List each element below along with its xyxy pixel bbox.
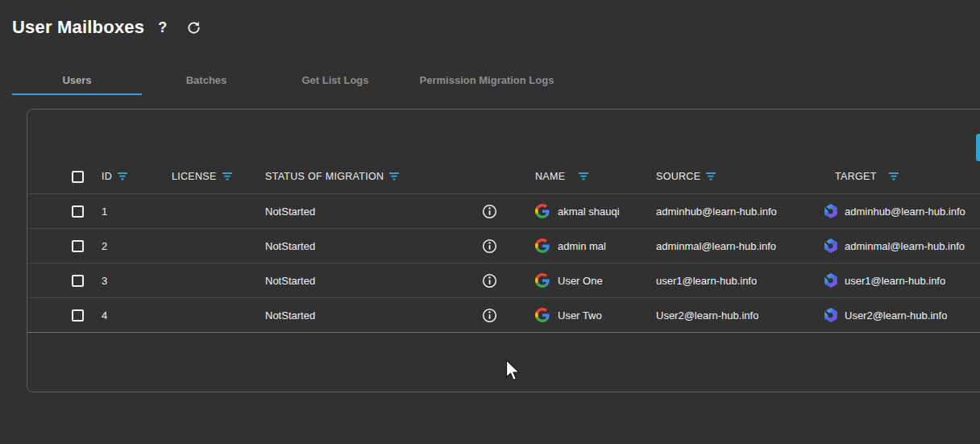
info-icon[interactable] xyxy=(482,308,497,323)
row-checkbox[interactable] xyxy=(72,240,84,252)
filter-icon[interactable] xyxy=(389,172,399,181)
help-icon[interactable]: ? xyxy=(158,19,167,36)
info-icon[interactable] xyxy=(482,273,497,288)
cell-source: User2@learn-hub.info xyxy=(656,309,758,322)
column-header-id: ID xyxy=(102,171,112,182)
info-icon[interactable] xyxy=(482,204,497,219)
table-row: 1 NotStarted akmal shauqi xyxy=(27,194,980,229)
tab-get-list-logs[interactable]: Get List Logs xyxy=(271,66,400,95)
cell-id: 3 xyxy=(102,275,107,287)
column-header-target: TARGET xyxy=(835,171,877,182)
cell-source: user1@learn-hub.info xyxy=(656,275,757,287)
cut-off-edge-button[interactable] xyxy=(976,134,980,161)
select-all-checkbox[interactable] xyxy=(72,171,84,183)
cell-target: adminhub@learn-hub.info xyxy=(845,205,965,218)
cell-name: User Two xyxy=(558,309,602,322)
tab-label: Batches xyxy=(186,74,227,86)
tab-permission-migration-logs[interactable]: Permission Migration Logs xyxy=(400,66,574,95)
table-row: 3 NotStarted User One xyxy=(27,263,980,298)
column-header-source: SOURCE xyxy=(656,171,700,182)
microsoft365-icon xyxy=(824,308,838,322)
table-row: 2 NotStarted admin mal xyxy=(27,229,980,263)
info-icon[interactable] xyxy=(482,239,497,254)
microsoft365-icon xyxy=(824,273,838,288)
table-body: 1 NotStarted akmal shauqi xyxy=(27,194,980,333)
column-header-license: LICENSE xyxy=(172,171,217,182)
cell-name: User One xyxy=(558,275,603,287)
cell-source: adminmal@learn-hub.info xyxy=(656,240,776,252)
cell-target: User2@learn-hub.info xyxy=(845,309,947,322)
cell-status: NotStarted xyxy=(265,240,315,252)
cell-source: adminhub@learn-hub.info xyxy=(656,205,777,218)
row-checkbox[interactable] xyxy=(72,205,84,218)
cell-id: 2 xyxy=(102,240,107,252)
tab-label: Permission Migration Logs xyxy=(420,74,554,86)
cell-target: adminmal@learn-hub.info xyxy=(845,240,965,252)
filter-icon[interactable] xyxy=(222,172,232,181)
google-icon xyxy=(535,308,550,322)
table-header-row: ID LICENSE STATUS OF MIGRATION NAME SOU xyxy=(27,160,980,194)
cell-name: akmal shauqi xyxy=(558,205,620,218)
tab-label: Users xyxy=(62,74,91,86)
filter-icon[interactable] xyxy=(579,172,588,181)
cell-status: NotStarted xyxy=(265,205,315,218)
filter-icon[interactable] xyxy=(706,172,716,181)
page-title: User Mailboxes xyxy=(12,17,144,38)
google-icon xyxy=(535,239,550,253)
tab-batches[interactable]: Batches xyxy=(142,66,271,95)
column-header-status-of-migration: STATUS OF MIGRATION xyxy=(265,171,384,182)
tab-label: Get List Logs xyxy=(301,74,368,86)
cell-name: admin mal xyxy=(558,240,606,252)
cell-id: 1 xyxy=(102,205,107,218)
table-row: 4 NotStarted User Two xyxy=(27,298,980,333)
tab-bar: Users Batches Get List Logs Permission M… xyxy=(0,66,574,95)
microsoft365-icon xyxy=(824,239,838,253)
tab-users[interactable]: Users xyxy=(12,66,142,95)
refresh-icon[interactable] xyxy=(186,20,201,35)
row-checkbox[interactable] xyxy=(72,275,84,287)
filter-icon[interactable] xyxy=(889,172,899,181)
cell-status: NotStarted xyxy=(265,309,315,322)
google-icon xyxy=(535,273,550,288)
users-table-card: ID LICENSE STATUS OF MIGRATION NAME SOU xyxy=(27,109,980,392)
card-top-spacer xyxy=(27,110,980,160)
google-icon xyxy=(535,204,550,218)
microsoft365-icon xyxy=(824,204,838,218)
cell-target: user1@learn-hub.info xyxy=(845,275,945,287)
page-header: User Mailboxes ? xyxy=(12,17,201,38)
cell-id: 4 xyxy=(102,309,107,322)
row-checkbox[interactable] xyxy=(72,309,84,322)
cell-status: NotStarted xyxy=(265,275,315,287)
filter-icon[interactable] xyxy=(118,172,127,181)
column-header-name: NAME xyxy=(535,171,565,182)
